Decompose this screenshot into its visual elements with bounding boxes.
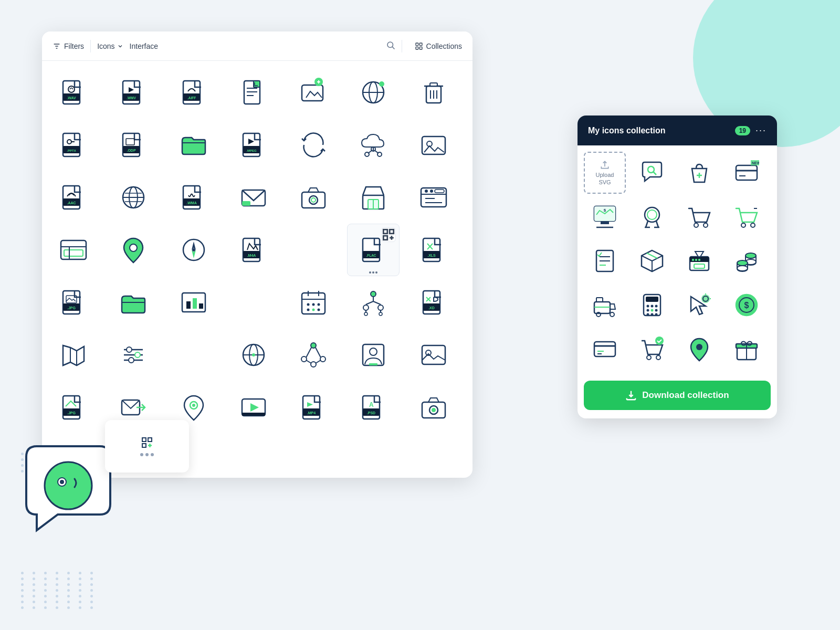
icon-mail[interactable] (227, 171, 280, 224)
icon-xls[interactable]: .XLS (407, 224, 460, 276)
icon-camera2[interactable] (407, 381, 460, 434)
svg-rect-58 (422, 136, 445, 154)
icon-jpg2[interactable]: .JPG (47, 381, 100, 434)
col-icon-chat-search[interactable] (631, 152, 673, 194)
icon-browser2[interactable] (47, 224, 100, 276)
tooltip-content (141, 436, 153, 449)
icon-map[interactable] (47, 329, 100, 381)
icon-wav[interactable]: .WAV (47, 66, 100, 119)
icon-mp4[interactable]: .MP4 (287, 381, 340, 434)
browser-window: Filters Icons Collections (42, 32, 472, 478)
search-input[interactable] (130, 37, 380, 56)
icon-mpeg[interactable]: .MPEG (227, 119, 280, 171)
icon-pptx[interactable]: .PPTX (47, 119, 100, 171)
icon-aac[interactable]: .AAC (47, 171, 100, 224)
col-icon-credit-flat[interactable] (584, 328, 626, 370)
svg-text:$: $ (744, 301, 749, 310)
icon-jpg[interactable]: .JPG (47, 276, 100, 329)
add-to-collection-btn[interactable] (381, 227, 396, 242)
col-icon-cursor[interactable] (678, 284, 720, 326)
icon-camera[interactable] (287, 171, 340, 224)
icon-sync[interactable] (287, 119, 340, 171)
icon-calendar[interactable] (287, 276, 340, 329)
icon-folder2[interactable] (107, 276, 160, 329)
icon-document[interactable] (227, 66, 280, 119)
icon-image2[interactable] (407, 329, 460, 381)
hover-bottom-dots[interactable] (369, 271, 377, 274)
download-collection-button[interactable]: Download collection (584, 381, 771, 410)
icon-xd[interactable]: .XD (407, 276, 460, 329)
icon-globe2[interactable] (107, 171, 160, 224)
icon-video-file[interactable] (227, 381, 280, 434)
svg-rect-254 (646, 297, 658, 302)
icon-trash[interactable] (407, 66, 460, 119)
svg-rect-200 (142, 444, 146, 447)
icon-cloud-network[interactable] (347, 119, 400, 171)
icon-empty[interactable] (287, 224, 340, 276)
col-icon-cart[interactable] (678, 196, 720, 238)
col-icon-pos[interactable]: $ (584, 196, 626, 238)
svg-point-129 (312, 309, 315, 311)
svg-text:.AIFF: .AIFF (187, 96, 195, 100)
col-icon-cash[interactable] (678, 240, 720, 282)
col-icon-calculator[interactable] (631, 284, 673, 326)
svg-line-56 (368, 150, 372, 153)
col-icon-location[interactable] (678, 328, 720, 370)
icon-compass[interactable] (167, 224, 220, 276)
col-icon-dollar[interactable]: $ (726, 284, 768, 326)
icon-network2[interactable] (287, 329, 340, 381)
col-icon-cart-check[interactable] (631, 328, 673, 370)
icons-dropdown-label: Icons (97, 42, 114, 50)
icon-folder[interactable] (167, 119, 220, 171)
icon-chart[interactable] (167, 276, 220, 329)
svg-point-224 (704, 223, 708, 227)
icon-wmv[interactable]: .WMV (107, 66, 160, 119)
filters-button[interactable]: Filters (52, 42, 84, 50)
svg-point-259 (651, 309, 654, 312)
svg-rect-240 (698, 259, 700, 261)
icons-dropdown[interactable]: Icons (97, 42, 123, 50)
icon-wma[interactable]: .WMA (167, 171, 220, 224)
col-icon-receipt[interactable] (584, 240, 626, 282)
icon-globe3[interactable] (227, 329, 280, 381)
svg-rect-118 (193, 298, 197, 309)
col-icon-package[interactable] (631, 240, 673, 282)
icon-sliders[interactable] (107, 329, 160, 381)
svg-line-57 (374, 150, 379, 153)
svg-point-248 (610, 312, 614, 317)
icon-psd[interactable]: .PSD A (347, 381, 400, 434)
svg-text:NEW: NEW (752, 161, 759, 165)
col-icon-delivery[interactable] (584, 284, 626, 326)
svg-point-226 (751, 223, 755, 227)
icon-location-pin[interactable] (107, 224, 160, 276)
icon-photo[interactable] (407, 119, 460, 171)
icon-profile[interactable] (347, 329, 400, 381)
search-icon[interactable] (386, 40, 395, 52)
collections-button[interactable]: Collections (415, 42, 462, 50)
svg-text:.AAC: .AAC (67, 201, 76, 205)
svg-point-3 (387, 42, 393, 48)
icon-hierarchy[interactable] (347, 276, 400, 329)
col-icon-cart2[interactable] (726, 196, 768, 238)
icon-empty3[interactable] (167, 329, 220, 381)
col-icon-coins[interactable] (726, 240, 768, 282)
svg-point-128 (307, 309, 310, 311)
icon-browser[interactable] (407, 171, 460, 224)
collection-menu-button[interactable]: ··· (755, 125, 766, 136)
icon-odp[interactable]: .ODP (107, 119, 160, 171)
col-icon-gift[interactable] (726, 328, 768, 370)
icon-flac-hover[interactable]: .FLAC (347, 224, 400, 276)
icon-storefront[interactable] (347, 171, 400, 224)
icon-image-upload[interactable] (287, 66, 340, 119)
hover-actions (381, 227, 396, 242)
icon-empty2[interactable] (227, 276, 280, 329)
icon-m4a[interactable]: .M4A (227, 224, 280, 276)
col-icon-credit-card[interactable]: NEW (726, 152, 768, 194)
icon-globe[interactable] (347, 66, 400, 119)
col-icon-award[interactable] (631, 196, 673, 238)
col-icon-bag-add[interactable] (678, 152, 720, 194)
icon-aiff[interactable]: .AIFF (167, 66, 220, 119)
upload-svg-button[interactable]: UploadSVG (584, 152, 626, 194)
svg-line-162 (316, 348, 321, 358)
svg-text:.FLAC: .FLAC (366, 254, 376, 257)
